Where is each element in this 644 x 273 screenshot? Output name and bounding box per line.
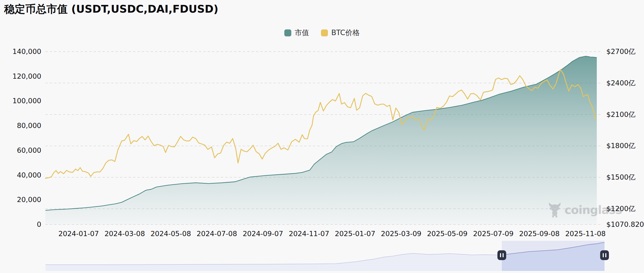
main-chart[interactable] [0,0,644,273]
navigator-handle-right[interactable] [600,250,609,260]
navigator[interactable] [45,241,609,271]
navigator-selection[interactable] [502,241,605,271]
navigator-handle-left[interactable] [497,250,506,260]
navigator-mask-left [45,241,502,271]
page: { "header": { "title": "稳定币总市值 (USDT,USD… [0,0,644,273]
